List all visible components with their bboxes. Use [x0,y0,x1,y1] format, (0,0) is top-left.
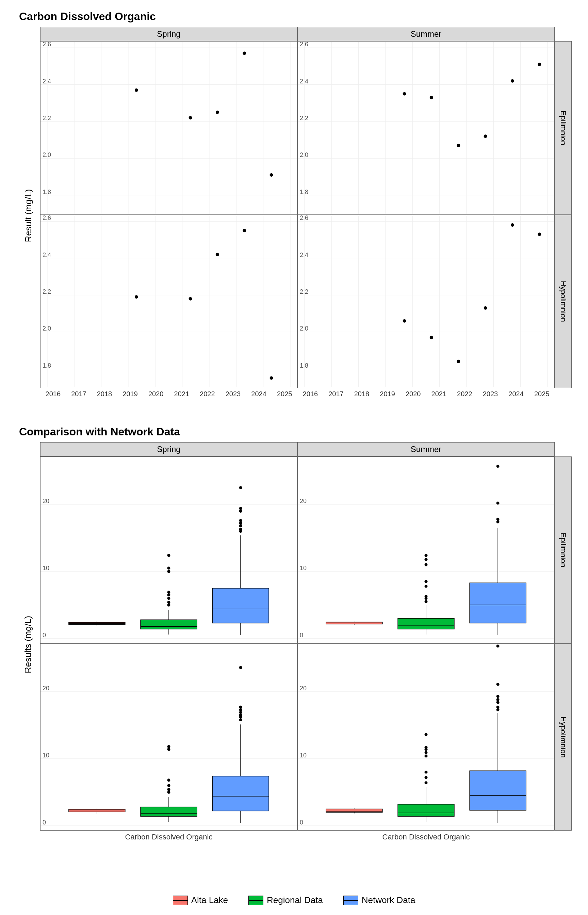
xaxis-summer: 2016201720182019202020212022202320242025 [297,388,555,404]
xlab-summer: Carbon Dissolved Organic [297,831,555,847]
svg-point-118 [167,597,170,600]
svg-point-132 [239,519,242,522]
strip-right-col-1: Epilimnion Hypolimnion [555,27,572,404]
svg-text:2.4: 2.4 [42,251,51,258]
xaxis-spring: 2016201720182019202020212022202320242025 [40,388,297,404]
svg-point-70 [403,92,406,95]
svg-point-183 [425,595,428,598]
svg-text:0: 0 [42,819,46,826]
svg-point-117 [167,601,170,604]
svg-point-47 [216,252,219,256]
svg-point-187 [425,558,428,561]
page: Carbon Dissolved Organic Result (mg/L) S… [0,0,588,915]
svg-point-116 [167,603,170,606]
svg-point-196 [496,465,499,468]
svg-point-218 [425,733,428,736]
svg-text:2.0: 2.0 [300,325,308,332]
legend-swatch-alta [173,896,188,905]
svg-text:2.6: 2.6 [300,215,308,221]
bp-spring-hypo: 01020 [40,644,297,831]
svg-point-195 [496,501,499,504]
svg-point-188 [425,554,428,557]
y-axis-label-1: Result (mg/L) [23,189,34,242]
legend: Alta Lake Regional Data Network Data [0,895,588,905]
strip-summer-2: Summer [297,442,555,456]
svg-point-98 [457,360,460,363]
svg-point-154 [167,747,170,750]
svg-point-151 [167,788,170,791]
bp-summer-hypo: 01020 [297,644,555,831]
svg-point-23 [242,52,246,55]
strip-hypo-1: Hypolimnion [555,215,572,388]
svg-text:1.8: 1.8 [300,362,308,369]
col-summer-2: Summer 01020 01020 Carbon Dissolved Orga… [297,442,555,847]
bp-spring-epi: 01020 [40,456,297,644]
svg-point-100 [511,223,514,227]
svg-text:10: 10 [42,565,49,572]
svg-rect-191 [470,583,526,623]
svg-point-49 [270,376,273,380]
svg-text:2.2: 2.2 [42,288,51,295]
svg-rect-175 [326,622,383,624]
svg-point-194 [496,518,499,521]
svg-point-162 [239,713,242,716]
box-facets: Results (mg/L) Spring 01020 01020 Carbon… [16,442,572,844]
svg-point-193 [496,521,499,524]
svg-point-165 [239,705,242,708]
svg-text:2.2: 2.2 [300,115,308,121]
svg-text:2.0: 2.0 [42,325,51,332]
svg-point-150 [167,791,170,794]
svg-rect-221 [470,771,526,810]
svg-point-217 [425,745,428,748]
svg-rect-144 [69,809,125,812]
col-spring: Spring 1.82.02.22.42.6 1.82.02.22.42.6 2… [40,27,297,404]
figure-carbon-dissolved-organic: Carbon Dissolved Organic Result (mg/L) S… [16,10,572,401]
svg-point-123 [167,554,170,557]
svg-point-119 [167,593,170,597]
svg-point-24 [270,173,273,177]
svg-point-224 [496,705,499,708]
svg-point-134 [239,507,242,510]
svg-text:2.0: 2.0 [300,152,308,158]
legend-item-network: Network Data [343,895,415,905]
legend-label-regional: Regional Data [267,895,323,905]
bp-summer-epi: 01020 [297,456,555,644]
svg-point-229 [496,644,499,647]
svg-point-184 [425,585,428,588]
svg-text:0: 0 [300,819,303,826]
ylab-col-2: Results (mg/L) [16,442,40,847]
col-spring-2: Spring 01020 01020 Carbon Dissolved Orga… [40,442,297,847]
svg-point-48 [242,229,246,232]
strip-epi-1: Epilimnion [555,41,572,215]
svg-point-71 [430,95,433,99]
legend-label-alta: Alta Lake [191,895,228,905]
svg-point-74 [511,79,514,83]
svg-point-226 [496,698,499,701]
svg-point-213 [425,770,428,773]
svg-rect-148 [141,807,197,816]
svg-point-101 [538,233,541,236]
svg-text:2.2: 2.2 [42,115,51,121]
svg-point-99 [484,306,487,309]
svg-text:1.8: 1.8 [300,189,308,196]
strip-spring: Spring [40,27,297,41]
panel-spring-hypo: 1.82.02.22.42.6 [40,215,297,388]
svg-point-214 [425,754,428,757]
svg-rect-179 [398,619,454,629]
svg-point-131 [239,522,242,525]
legend-swatch-network [343,896,358,905]
svg-point-22 [216,111,219,114]
svg-text:2.4: 2.4 [300,78,308,85]
strip-spring-2: Spring [40,442,297,456]
svg-rect-158 [212,776,269,811]
svg-point-228 [496,682,499,685]
strip-summer: Summer [297,27,555,41]
svg-point-121 [167,570,170,573]
svg-point-46 [189,297,192,300]
ylab-col: Result (mg/L) [16,27,40,404]
legend-item-regional: Regional Data [249,895,323,905]
svg-point-225 [496,700,499,703]
svg-text:10: 10 [42,752,49,758]
svg-point-152 [167,784,170,787]
svg-point-130 [239,524,242,527]
